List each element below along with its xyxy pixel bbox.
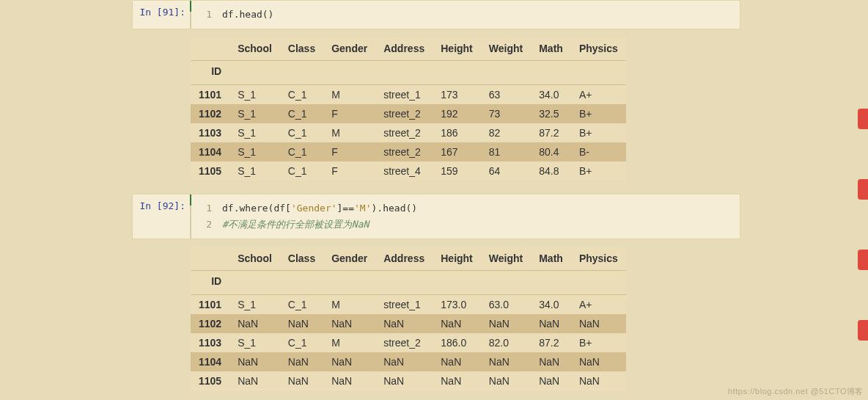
table-cell: 64 <box>481 161 531 181</box>
side-action-button[interactable] <box>858 109 868 129</box>
row-index: 1102 <box>191 314 229 333</box>
row-index: 1104 <box>191 352 229 371</box>
code-text: #不满足条件的行全部被设置为NaN <box>222 217 369 233</box>
column-header: School <box>229 37 280 61</box>
table-cell: 32.5 <box>531 104 571 123</box>
code-text: df.where(df['Gender']=='M').head() <box>222 200 417 217</box>
column-header-blank <box>531 271 571 295</box>
table-cell: street_1 <box>375 295 433 315</box>
table-cell: NaN <box>280 314 323 333</box>
table-cell: NaN <box>433 352 481 371</box>
code-line: 2 #不满足条件的行全部被设置为NaN <box>194 217 740 233</box>
table-cell: S_1 <box>229 295 280 315</box>
table-cell: NaN <box>229 314 280 333</box>
row-index: 1103 <box>191 123 229 142</box>
line-number: 2 <box>194 217 222 233</box>
column-header-blank <box>433 271 481 295</box>
line-number: 1 <box>194 200 222 217</box>
column-header: Math <box>531 247 571 271</box>
column-header: School <box>229 247 280 271</box>
table-row: 1104NaNNaNNaNNaNNaNNaNNaNNaN <box>191 352 626 371</box>
table-cell: 63 <box>481 85 531 105</box>
table-cell: 173.0 <box>433 295 481 315</box>
table-cell: 80.4 <box>531 142 571 161</box>
column-header: Gender <box>323 37 375 61</box>
column-header: Class <box>280 247 323 271</box>
table-cell: 87.2 <box>531 333 571 352</box>
table-cell: B+ <box>571 161 626 181</box>
table-cell: NaN <box>323 371 375 390</box>
table-cell: S_1 <box>229 142 280 161</box>
dataframe-table: SchoolClassGenderAddressHeightWeightMath… <box>191 247 626 390</box>
column-header: Class <box>280 37 323 61</box>
column-header-blank <box>571 61 626 85</box>
side-action-button[interactable] <box>858 320 868 341</box>
row-index: 1101 <box>191 295 229 315</box>
table-cell: F <box>323 161 375 181</box>
table-cell: 82 <box>481 123 531 142</box>
table-cell: 81 <box>481 142 531 161</box>
code-text: df.head() <box>222 7 273 23</box>
table-cell: 82.0 <box>481 333 531 352</box>
code-block[interactable]: 1 df.head() <box>190 1 740 29</box>
table-cell: street_4 <box>375 161 433 181</box>
column-header-blank <box>433 61 481 85</box>
table-cell: M <box>323 85 375 105</box>
table-cell: NaN <box>531 352 571 371</box>
column-header: Height <box>433 37 481 61</box>
side-action-button[interactable] <box>858 179 868 200</box>
row-index: 1104 <box>191 142 229 161</box>
table-cell: street_2 <box>375 142 433 161</box>
input-prompt: In [92]: <box>133 194 190 239</box>
table-cell: street_2 <box>375 123 433 142</box>
table-cell: M <box>323 123 375 142</box>
table-cell: C_1 <box>280 104 323 123</box>
table-cell: NaN <box>433 371 481 390</box>
table-cell: 84.8 <box>531 161 571 181</box>
table-cell: B- <box>571 142 626 161</box>
code-block[interactable]: 1 df.where(df['Gender']=='M').head() 2 #… <box>190 194 740 239</box>
column-header-blank <box>323 271 375 295</box>
table-cell: 186.0 <box>433 333 481 352</box>
table-row: 1104S_1C_1Fstreet_21678180.4B- <box>191 142 626 161</box>
input-area: In [92]: 1 df.where(df['Gender']=='M').h… <box>132 194 740 239</box>
table-cell: NaN <box>571 314 626 333</box>
code-line: 1 df.where(df['Gender']=='M').head() <box>194 200 740 217</box>
table-row: 1103S_1C_1Mstreet_2186.082.087.2B+ <box>191 333 626 352</box>
table-cell: B+ <box>571 123 626 142</box>
column-header-blank <box>280 61 323 85</box>
table-cell: F <box>323 142 375 161</box>
index-name: ID <box>191 61 229 85</box>
column-header-blank <box>375 61 433 85</box>
table-cell: C_1 <box>280 161 323 181</box>
table-row: 1105S_1C_1Fstreet_41596484.8B+ <box>191 161 626 181</box>
column-header: Weight <box>481 37 531 61</box>
table-cell: 159 <box>433 161 481 181</box>
table-row: 1102S_1C_1Fstreet_21927332.5B+ <box>191 104 626 123</box>
column-header <box>191 247 229 271</box>
table-cell: NaN <box>229 352 280 371</box>
side-action-button[interactable] <box>858 250 868 270</box>
table-cell: 34.0 <box>531 85 571 105</box>
row-index: 1102 <box>191 104 229 123</box>
table-cell: A+ <box>571 85 626 105</box>
table-cell: NaN <box>229 371 280 390</box>
column-header <box>191 37 229 61</box>
column-header: Address <box>375 247 433 271</box>
column-header: Address <box>375 37 433 61</box>
table-cell: M <box>323 295 375 315</box>
table-cell: 192 <box>433 104 481 123</box>
column-header: Math <box>531 37 571 61</box>
table-cell: NaN <box>375 352 433 371</box>
input-area: In [91]: 1 df.head() <box>132 0 740 29</box>
row-index: 1105 <box>191 161 229 181</box>
table-cell: NaN <box>280 352 323 371</box>
table-row: 1102NaNNaNNaNNaNNaNNaNNaNNaN <box>191 314 626 333</box>
table-cell: B+ <box>571 333 626 352</box>
table-cell: street_1 <box>375 85 433 105</box>
column-header-blank <box>481 271 531 295</box>
table-cell: 34.0 <box>531 295 571 315</box>
index-name: ID <box>191 271 229 295</box>
row-index: 1105 <box>191 371 229 390</box>
column-header: Weight <box>481 247 531 271</box>
